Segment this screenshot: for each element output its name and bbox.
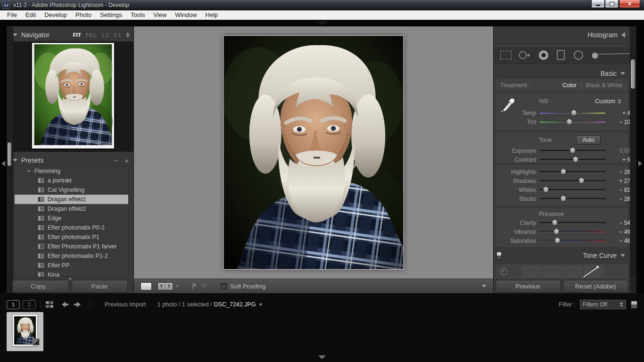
nav-zoom-spinner-icon[interactable] <box>126 33 130 37</box>
left-scroll-thumb[interactable] <box>8 142 11 166</box>
top-panel-collapse-handle[interactable] <box>316 21 328 25</box>
close-button[interactable]: ✕ <box>619 0 640 8</box>
histogram-header[interactable]: Histogram <box>494 28 630 41</box>
slider-thumb[interactable] <box>567 119 572 124</box>
auto-tone-button[interactable]: Auto <box>576 135 601 145</box>
right-panel-scrollbar[interactable] <box>630 26 636 293</box>
current-filename[interactable]: DSC_7242.JPG <box>214 301 256 308</box>
preset-item[interactable]: Efter photomatix P0-2 <box>15 223 128 232</box>
nav-mode-2-1[interactable]: 2:1 <box>114 32 121 38</box>
basic-panel-header[interactable]: Basic <box>494 67 630 80</box>
next-photo-icon[interactable] <box>74 302 83 307</box>
nav-mode-fill[interactable]: FILL <box>86 32 97 38</box>
before-after-dropdown-icon[interactable] <box>175 285 179 288</box>
wb-preset-select[interactable]: Custom <box>595 98 621 105</box>
preset-item[interactable]: Edge <box>15 214 128 223</box>
filename-dropdown-icon[interactable] <box>259 304 263 306</box>
left-panel-scrollbar[interactable] <box>7 26 13 293</box>
main-photo[interactable] <box>223 35 404 270</box>
slider-thumb[interactable] <box>554 229 559 234</box>
presets-header[interactable]: Presets − + <box>13 154 133 167</box>
copy-button[interactable]: Copy... <box>12 280 69 293</box>
paste-button[interactable]: Paste <box>72 280 128 293</box>
spot-removal-tool-icon[interactable] <box>518 50 531 60</box>
preset-item[interactable]: Dragan effekt1 <box>15 195 128 204</box>
slider-thumb[interactable] <box>555 238 560 243</box>
second-window-button[interactable]: 2 <box>23 300 36 309</box>
vibrance-slider-track[interactable] <box>539 231 605 232</box>
menu-view[interactable]: View <box>149 10 171 20</box>
before-after-view-icon[interactable]: Y Y <box>157 282 173 290</box>
filter-toggle[interactable] <box>631 301 637 309</box>
loupe-view-icon[interactable] <box>140 282 152 290</box>
menu-help[interactable]: Help <box>201 10 223 20</box>
grid-view-icon[interactable] <box>46 301 53 308</box>
wb-eyedropper-icon[interactable] <box>501 96 515 112</box>
slider-value[interactable]: − 28 <box>609 169 630 175</box>
previous-button[interactable]: Previous <box>495 280 561 293</box>
menu-window[interactable]: Window <box>171 10 201 20</box>
folder-collapse-icon[interactable] <box>27 170 31 173</box>
slider-value[interactable]: + 4 <box>609 110 630 116</box>
slider-value[interactable]: − 81 <box>609 187 630 193</box>
right-scroll-thumb[interactable] <box>631 59 635 89</box>
preset-item[interactable]: Efter photomatix P1 <box>15 232 128 242</box>
slider-value[interactable]: − 10 <box>609 119 630 125</box>
navigator-header[interactable]: Navigator FIT FILL 1:1 2:1 <box>13 28 133 41</box>
preset-item[interactable]: Efter PP <box>15 261 128 270</box>
soft-proofing-checkbox[interactable] <box>221 283 227 289</box>
slider-value[interactable]: + 27 <box>609 178 630 184</box>
restore-button[interactable] <box>605 0 619 8</box>
source-label[interactable]: Previous Import <box>105 301 146 308</box>
basic-collapse-icon[interactable] <box>620 72 625 75</box>
menu-tools[interactable]: Tools <box>126 10 149 20</box>
nav-mode-fit[interactable]: FIT <box>73 32 81 38</box>
tone-curve-header[interactable]: Tone Curve <box>494 249 630 262</box>
shadows-slider-track[interactable] <box>539 180 605 181</box>
preset-item[interactable]: Kina <box>15 270 128 277</box>
nav-mode-1-1[interactable]: 1:1 <box>101 32 109 38</box>
crop-tool-icon[interactable] <box>500 51 512 59</box>
tone-curve-collapse-icon[interactable] <box>620 254 625 257</box>
tone-curve-graph[interactable] <box>522 265 603 278</box>
slider-value[interactable]: − 54 <box>609 220 630 226</box>
pick-flag-icon[interactable] <box>191 283 198 290</box>
slider-thumb[interactable] <box>573 156 578 162</box>
saturation-slider-track[interactable] <box>539 240 605 241</box>
reset-button[interactable]: Reset (Adobe) <box>563 280 628 293</box>
bottom-panel-collapse-handle[interactable] <box>318 355 326 359</box>
contrast-slider-track[interactable] <box>539 159 605 160</box>
remove-preset-button[interactable]: − <box>114 156 118 165</box>
toolbar-options-icon[interactable] <box>482 285 487 288</box>
adjustments-badge-icon[interactable] <box>33 338 40 346</box>
tint-slider-track[interactable] <box>539 121 605 123</box>
slider-thumb[interactable] <box>552 220 557 225</box>
presets-collapse-icon[interactable] <box>13 159 17 162</box>
preset-folder[interactable]: Flemming <box>15 166 128 176</box>
menu-photo[interactable]: Photo <box>71 10 96 20</box>
temp-slider-track[interactable] <box>539 112 605 114</box>
menu-edit[interactable]: Edit <box>21 10 40 20</box>
preset-item[interactable]: Efter photomaatix P1-2 <box>15 251 128 261</box>
previous-photo-icon[interactable] <box>59 302 68 307</box>
reject-flag-icon[interactable] <box>202 283 208 290</box>
red-eye-tool-icon[interactable] <box>538 49 549 61</box>
add-preset-button[interactable]: + <box>124 156 129 165</box>
collapse-right-panel-icon[interactable] <box>638 161 642 166</box>
preset-item[interactable]: a portræt <box>15 176 128 185</box>
menu-file[interactable]: File <box>3 10 21 20</box>
adjustment-brush-tool-icon[interactable] <box>591 50 634 60</box>
filmstrip-thumbnail-cell[interactable] <box>7 312 43 351</box>
slider-thumb[interactable] <box>561 169 566 174</box>
exposure-slider-track[interactable] <box>539 150 605 151</box>
clarity-slider-track[interactable] <box>539 222 605 223</box>
graduated-filter-tool-icon[interactable] <box>556 49 566 61</box>
slider-thumb[interactable] <box>570 148 575 153</box>
radial-filter-tool-icon[interactable] <box>573 49 584 61</box>
whites-slider-track[interactable] <box>539 189 605 190</box>
slider-thumb[interactable] <box>561 196 566 201</box>
histogram-expand-icon[interactable] <box>621 32 625 38</box>
highlights-slider-track[interactable] <box>539 171 605 173</box>
preset-item[interactable]: Cat Vignetting <box>15 185 128 195</box>
treatment-bw-option[interactable]: Black & White <box>586 82 622 89</box>
